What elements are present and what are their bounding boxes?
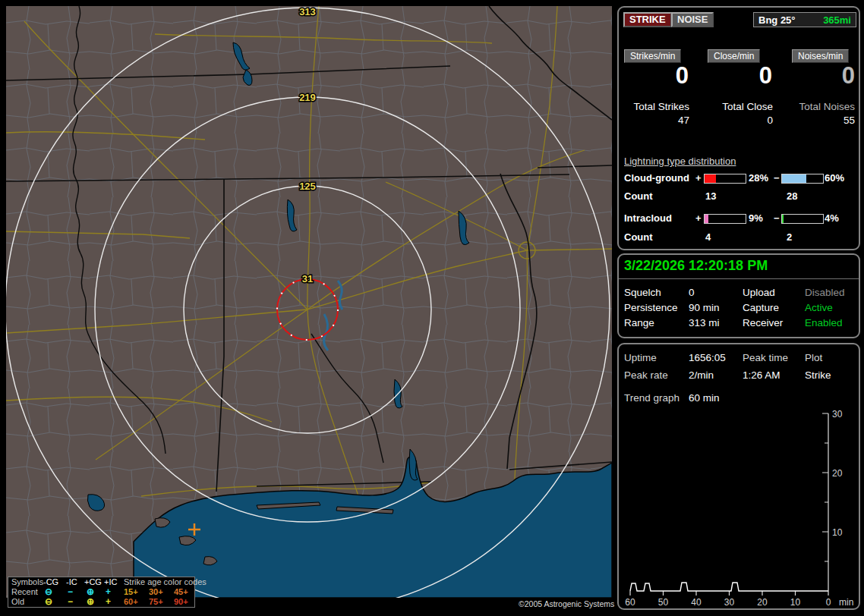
persistence-label: Persistence	[624, 302, 678, 313]
plus-sign: +	[695, 172, 702, 184]
x-tick-30: 30	[724, 597, 735, 608]
strikes-per-min-value: 0	[625, 62, 689, 90]
upload-status: Disabled	[805, 287, 845, 298]
ring-label-219: 219	[299, 92, 316, 103]
cloud-ground-count-row: Count 13 28	[619, 190, 859, 203]
x-tick-20: 20	[757, 597, 768, 608]
age-code-15: 15+	[124, 587, 138, 597]
circle-minus-icon: ⊖	[45, 597, 52, 607]
ring-label-313: 313	[299, 6, 316, 17]
age-code-45: 45+	[174, 587, 188, 597]
ic-plus-bar	[704, 214, 746, 224]
count-label: Count	[624, 231, 653, 243]
cloud-ground-row: Cloud-ground + 28% − 60%	[619, 172, 859, 184]
trend-graph-label: Trend graph	[624, 392, 680, 404]
trend-graph-window: 60 min	[689, 392, 720, 404]
app-window: { "map": { "ring_labels": ["313", "219",…	[0, 0, 864, 616]
uptime-value: 1656:05	[689, 352, 726, 363]
ring-label-125: 125	[299, 181, 316, 192]
receiver-label: Receiver	[743, 317, 783, 328]
cg-minus-percent: 60%	[825, 172, 844, 184]
receiver-status: Enabled	[805, 317, 843, 328]
copyright-notice: ©2005 Astrogenic Systems	[519, 599, 612, 610]
ic-minus-percent: 4%	[825, 212, 839, 224]
strike-counters-panel: STRIKE NOISE Bng 25° 365mi Strikes/min C…	[617, 6, 860, 250]
intracloud-count-row: Count 4 2	[619, 231, 859, 244]
x-tick-10: 10	[790, 597, 801, 608]
y-tick-30: 30	[832, 409, 843, 420]
datetime-display: 3/22/2026 12:20:18 PM	[624, 258, 768, 274]
y-tick-10: 10	[832, 527, 843, 538]
ic-minus-bar-fill	[782, 215, 784, 223]
age-code-60: 60+	[124, 597, 138, 607]
age-code-30: 30+	[149, 587, 163, 597]
total-strikes-value: 47	[619, 115, 689, 126]
cg-minus-count: 28	[787, 190, 797, 202]
legend-symbols-header: Symbols	[11, 577, 43, 587]
upload-label: Upload	[743, 287, 775, 298]
total-close-value: 0	[702, 115, 773, 126]
ic-plus-bar-fill	[705, 215, 708, 223]
noise-mode-button[interactable]: NOISE	[671, 12, 714, 27]
uptime-label: Uptime	[624, 352, 657, 363]
close-per-min-value: 0	[708, 62, 772, 90]
chart-tick-labels: 30 20 10 60 50 40 30 20 10 0 min	[625, 409, 853, 608]
trend-line	[630, 583, 828, 591]
ic-minus-bar	[781, 214, 824, 224]
y-tick-20: 20	[832, 468, 843, 479]
strikes-per-min-chip[interactable]: Strikes/min	[624, 49, 681, 63]
range-value: 313 mi	[689, 317, 720, 328]
circle-plus-icon: ⊕	[87, 597, 94, 607]
intracloud-row: Intracloud + 9% − 4%	[619, 212, 859, 225]
legend-row-old-label: Old	[11, 597, 24, 607]
capture-label: Capture	[743, 302, 779, 313]
age-code-90: 90+	[174, 597, 188, 607]
status-panel: 3/22/2026 12:20:18 PM Squelch 0 Upload D…	[617, 253, 860, 338]
x-tick-60: 60	[625, 597, 635, 608]
strike-mode-button[interactable]: STRIKE	[623, 12, 672, 27]
map-legend: Symbols -CG -IC +CG +IC Strike age color…	[8, 577, 195, 608]
bearing-distance-readout: Bng 25° 365mi	[753, 12, 856, 27]
plus-icon: +	[106, 597, 111, 607]
ic-plus-count: 4	[705, 231, 711, 243]
ring-label-31: 31	[302, 273, 313, 284]
close-per-min-chip[interactable]: Close/min	[708, 49, 760, 63]
range-label: Range	[624, 317, 654, 328]
plot-label: Plot	[805, 352, 822, 363]
intracloud-label: Intracloud	[624, 212, 672, 224]
plus-sign: +	[695, 212, 702, 224]
total-close-label: Total Close	[702, 101, 773, 112]
chart-axes	[630, 413, 828, 596]
ic-minus-count: 2	[787, 231, 792, 243]
plot-mode-value: Strike	[805, 369, 831, 381]
count-label: Count	[624, 190, 653, 202]
lightning-map[interactable]: 313 219 125 31	[6, 6, 612, 598]
map-canvas: 313 219 125 31	[6, 6, 612, 598]
age-code-75: 75+	[149, 597, 163, 607]
distance-value: 365mi	[823, 14, 851, 26]
bearing-value: Bng 25°	[758, 14, 796, 26]
x-axis-unit: min	[839, 597, 853, 608]
x-tick-50: 50	[658, 597, 669, 608]
x-tick-40: 40	[691, 597, 702, 608]
noises-per-min-value: 0	[791, 62, 855, 90]
peak-time-label: Peak time	[743, 352, 788, 363]
cloud-ground-label: Cloud-ground	[624, 172, 689, 184]
total-noises-value: 55	[784, 115, 855, 126]
trend-panel: Uptime 1656:05 Peak time Plot Peak rate …	[617, 343, 860, 610]
separator	[619, 278, 859, 279]
minus-icon: −	[68, 597, 73, 607]
cg-minus-bar-fill	[782, 174, 806, 183]
legend-age-header: Strike age color codes	[124, 577, 207, 587]
strike-trend-chart: 30 20 10 60 50 40 30 20 10 0 min	[619, 404, 862, 610]
minus-sign: −	[774, 172, 780, 184]
peak-time-value: 1:26 AM	[743, 369, 780, 381]
distribution-title: Lightning type distribution	[624, 156, 736, 167]
minus-sign: −	[774, 212, 780, 224]
squelch-label: Squelch	[624, 287, 661, 298]
noises-per-min-chip[interactable]: Noises/min	[792, 49, 849, 63]
capture-status: Active	[805, 302, 833, 313]
cg-minus-bar	[781, 174, 824, 184]
x-tick-0: 0	[826, 597, 831, 608]
peak-rate-value: 2/min	[689, 369, 714, 381]
